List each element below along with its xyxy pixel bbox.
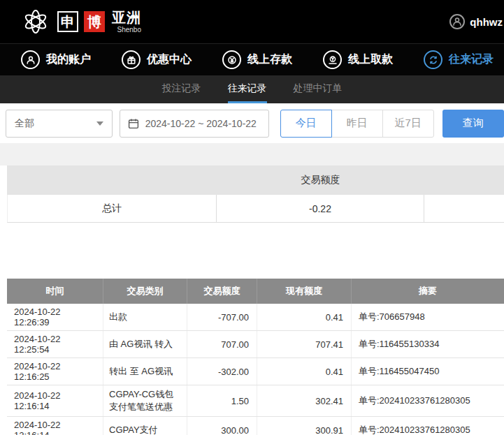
record-tabs: 投注记录 往来记录 处理中订单 bbox=[0, 75, 504, 103]
tab-processing-orders[interactable]: 处理中订单 bbox=[294, 75, 343, 103]
summary-table: 交易额度 总计 -0.22 bbox=[7, 165, 504, 223]
cell-type: 由 AG视讯 转入 bbox=[103, 331, 187, 357]
brand-char-shen: 申 bbox=[57, 11, 78, 32]
gift-icon bbox=[122, 50, 141, 69]
table-row: 2024-10-22 12:16:14 CGPAY支付 300.00 300.9… bbox=[7, 417, 504, 435]
user-account[interactable]: qhhwz bbox=[449, 14, 504, 29]
summary-total-value: -0.22 bbox=[217, 195, 424, 223]
col-header-balance: 现有额度 bbox=[257, 279, 352, 304]
summary-empty-cell bbox=[424, 195, 504, 223]
filter-bar: 全部 2024-10-22 ~ 2024-10-22 今日 昨日 近7日 查询 bbox=[0, 103, 504, 143]
cell-balance: 300.91 bbox=[257, 417, 352, 435]
date-range-value: 2024-10-22 ~ 2024-10-22 bbox=[145, 118, 257, 129]
cell-balance: 707.41 bbox=[257, 331, 352, 357]
cell-summary: 单号:116455130334 bbox=[352, 331, 504, 357]
table-row: 2024-10-22 12:16:25 转出 至 AG视讯 -302.00 0.… bbox=[7, 358, 504, 385]
deposit-coin-icon bbox=[222, 50, 241, 69]
cell-balance: 0.41 bbox=[257, 304, 352, 330]
cell-amount: -707.00 bbox=[187, 304, 257, 330]
top-header: 申 博 亚洲 Shenbo qhhwz bbox=[0, 0, 504, 43]
cell-time: 2024-10-22 12:25:54 bbox=[7, 331, 103, 357]
type-select[interactable]: 全部 bbox=[6, 110, 113, 138]
cell-type: CGPAY-CG钱包支付笔笔送优惠 bbox=[103, 385, 187, 416]
cell-summary: 单号:202410233761280305 bbox=[352, 417, 504, 435]
table-row: 2024-10-22 12:25:54 由 AG视讯 转入 707.00 707… bbox=[7, 331, 504, 358]
yesterday-button[interactable]: 昨日 bbox=[331, 110, 383, 138]
person-icon bbox=[21, 50, 40, 69]
nav-transaction-records[interactable]: 往来记录 bbox=[424, 50, 494, 69]
cell-time: 2024-10-22 12:26:39 bbox=[7, 304, 103, 330]
nav-label: 优惠中心 bbox=[147, 52, 192, 67]
col-header-summary: 摘要 bbox=[352, 279, 504, 304]
summary-table-header: 交易额度 bbox=[7, 165, 504, 195]
cell-balance: 302.41 bbox=[257, 385, 352, 416]
cell-time: 2024-10-22 12:16:25 bbox=[7, 358, 103, 385]
query-button[interactable]: 查询 bbox=[442, 110, 504, 138]
tab-betting-records[interactable]: 投注记录 bbox=[162, 75, 201, 103]
nav-label: 线上存款 bbox=[247, 52, 292, 67]
main-navigation: 我的账户 优惠中心 线上存款 线上取款 往来记录 信息 bbox=[0, 43, 504, 75]
transfer-arrows-icon bbox=[424, 50, 442, 69]
brand-region: 亚洲 bbox=[112, 10, 141, 24]
cell-type: 转出 至 AG视讯 bbox=[103, 358, 187, 385]
records-table: 时间 交易类别 交易额度 现有额度 摘要 2024-10-22 12:26:39… bbox=[7, 279, 504, 435]
summary-header-amount: 交易额度 bbox=[217, 174, 424, 186]
chevron-down-icon bbox=[96, 121, 103, 126]
type-select-value: 全部 bbox=[15, 117, 34, 130]
nav-label: 往来记录 bbox=[449, 52, 494, 67]
quick-range-group: 今日 昨日 近7日 bbox=[280, 110, 434, 138]
nav-promotions[interactable]: 优惠中心 bbox=[122, 50, 192, 69]
cell-amount: 707.00 bbox=[187, 331, 257, 357]
brand-char-bo: 博 bbox=[84, 11, 105, 32]
nav-my-account[interactable]: 我的账户 bbox=[21, 50, 91, 69]
user-avatar-icon bbox=[449, 14, 465, 29]
cell-balance: 0.41 bbox=[257, 358, 352, 385]
cell-summary: 单号:202410233761280305 bbox=[352, 385, 504, 416]
table-row: 2024-10-22 12:26:39 出款 -707.00 0.41 单号:7… bbox=[7, 304, 504, 331]
nav-online-deposit[interactable]: 线上存款 bbox=[222, 50, 292, 69]
cell-summary: 单号:116455047450 bbox=[352, 358, 504, 385]
lotus-flower-icon bbox=[20, 6, 52, 38]
cell-time: 2024-10-22 12:16:14 bbox=[7, 417, 103, 435]
table-row: 2024-10-22 12:16:14 CGPAY-CG钱包支付笔笔送优惠 1.… bbox=[7, 385, 504, 417]
records-table-header: 时间 交易类别 交易额度 现有额度 摘要 bbox=[7, 279, 504, 304]
col-header-time: 时间 bbox=[7, 279, 103, 304]
col-header-amount: 交易额度 bbox=[187, 279, 257, 304]
brand-subtitle: Shenbo bbox=[112, 27, 141, 34]
cell-type: 出款 bbox=[103, 304, 187, 330]
tab-transaction-records[interactable]: 往来记录 bbox=[228, 75, 267, 103]
cell-time: 2024-10-22 12:16:14 bbox=[7, 385, 103, 416]
calendar-icon bbox=[128, 118, 139, 129]
nav-online-withdrawal[interactable]: 线上取款 bbox=[323, 50, 393, 69]
date-range-picker[interactable]: 2024-10-22 ~ 2024-10-22 bbox=[120, 110, 269, 138]
cell-type: CGPAY支付 bbox=[103, 417, 187, 435]
nav-label: 我的账户 bbox=[46, 52, 91, 67]
brand-logo[interactable]: 申 博 亚洲 Shenbo bbox=[20, 6, 141, 38]
summary-total-label: 总计 bbox=[7, 195, 217, 223]
cell-amount: -302.00 bbox=[187, 358, 257, 385]
section-divider bbox=[0, 143, 504, 165]
cell-amount: 1.50 bbox=[187, 385, 257, 416]
last7days-button[interactable]: 近7日 bbox=[382, 110, 434, 138]
col-header-type: 交易类别 bbox=[103, 279, 187, 304]
username: qhhwz bbox=[470, 16, 503, 28]
withdraw-coin-icon bbox=[323, 50, 342, 69]
summary-total-row: 总计 -0.22 bbox=[7, 195, 504, 223]
cell-amount: 300.00 bbox=[187, 417, 257, 435]
nav-label: 线上取款 bbox=[348, 52, 393, 67]
cell-summary: 单号:706657948 bbox=[352, 304, 504, 330]
today-button[interactable]: 今日 bbox=[280, 110, 332, 138]
